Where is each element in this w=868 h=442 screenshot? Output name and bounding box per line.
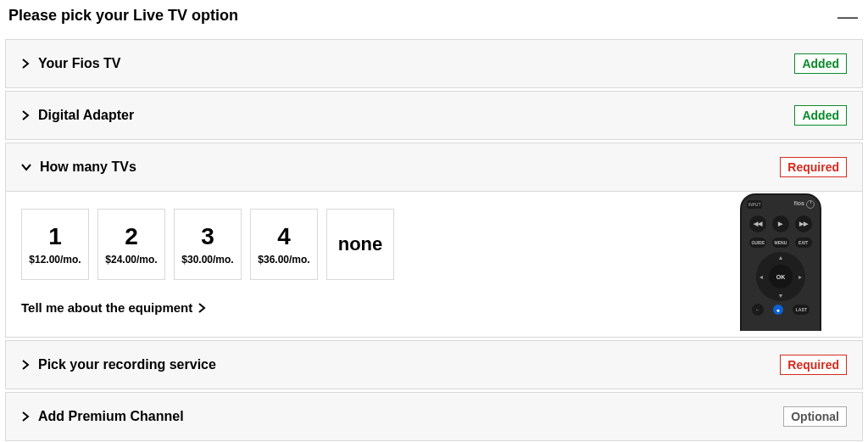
status-badge-optional: Optional: [783, 406, 847, 427]
option-label: 2: [125, 223, 138, 250]
chevron-right-icon: [21, 411, 30, 422]
dpad-down-icon: ▾: [779, 292, 782, 299]
panel-title: Add Premium Channel: [38, 409, 184, 424]
tv-count-option-none[interactable]: none: [326, 209, 394, 280]
rewind-icon: ◀◀: [749, 215, 766, 232]
option-label: 4: [277, 223, 291, 250]
panel-recording-service[interactable]: Pick your recording service Required: [5, 340, 863, 389]
dpad-right-icon: ▸: [798, 273, 802, 281]
back-icon: ←: [752, 304, 764, 316]
equipment-info-link[interactable]: Tell me about the equipment: [21, 300, 847, 315]
panel-title: Digital Adapter: [38, 108, 134, 123]
chevron-down-icon: [21, 163, 31, 171]
tv-count-option-1[interactable]: 1 $12.00/mo.: [21, 209, 89, 280]
option-label: 1: [48, 223, 62, 250]
remote-input-label: INPUT: [747, 200, 762, 209]
tv-count-option-4[interactable]: 4 $36.00/mo.: [250, 209, 318, 280]
power-icon: [806, 200, 815, 209]
section-title: Please pick your Live TV option: [8, 7, 238, 25]
panel-your-fios-tv[interactable]: Your Fios TV Added: [5, 39, 863, 88]
mic-icon: ●: [773, 305, 783, 315]
tv-count-option-3[interactable]: 3 $30.00/mo.: [174, 209, 242, 280]
remote-last-button: LAST: [793, 305, 810, 315]
remote-ok-button: OK: [769, 265, 793, 288]
panel-left: Pick your recording service: [21, 357, 216, 372]
dpad-up-icon: ▴: [779, 254, 782, 261]
minimize-button[interactable]: —: [837, 13, 860, 20]
option-label: 3: [201, 223, 214, 250]
chevron-right-icon: [21, 59, 30, 69]
option-price: $36.00/mo.: [258, 254, 309, 266]
option-price: $12.00/mo.: [29, 254, 81, 266]
panel-digital-adapter[interactable]: Digital Adapter Added: [5, 91, 863, 140]
panel-left: Add Premium Channel: [21, 409, 184, 424]
remote-exit-button: EXIT: [795, 238, 812, 248]
option-price: $30.00/mo.: [181, 254, 233, 266]
remote-dpad: ▴ ▾ ◂ ▸ OK: [756, 252, 805, 301]
panel-left: How many TVs: [21, 159, 136, 175]
page-header: Please pick your Live TV option —: [0, 0, 868, 36]
tv-count-options: 1 $12.00/mo. 2 $24.00/mo. 3 $30.00/mo. 4…: [21, 209, 847, 280]
panel-left: Your Fios TV: [21, 56, 120, 71]
equipment-info-label: Tell me about the equipment: [21, 300, 192, 315]
option-price: $24.00/mo.: [105, 254, 157, 266]
remote-menu-button: MENU: [772, 238, 789, 248]
option-label: none: [338, 233, 383, 255]
chevron-right-icon: [21, 360, 30, 370]
panel-how-many-tvs[interactable]: How many TVs Required: [5, 143, 863, 192]
status-badge-required: Required: [780, 157, 847, 177]
play-icon: ▶: [772, 215, 789, 232]
remote-image: INPUT fios ◀◀ ▶ ▶▶ GUIDE MENU EXIT ▴ ▾ ◂…: [740, 193, 821, 331]
remote-guide-button: GUIDE: [749, 238, 766, 248]
forward-icon: ▶▶: [795, 215, 812, 232]
panel-how-many-tvs-body: 1 $12.00/mo. 2 $24.00/mo. 3 $30.00/mo. 4…: [5, 192, 863, 338]
chevron-right-icon: [21, 110, 30, 120]
panel-title: Pick your recording service: [38, 357, 216, 372]
chevron-right-icon: [198, 303, 206, 313]
status-badge-required: Required: [780, 355, 847, 375]
status-badge-added: Added: [794, 105, 847, 126]
tv-count-option-2[interactable]: 2 $24.00/mo.: [97, 209, 165, 280]
panel-premium-channel[interactable]: Add Premium Channel Optional: [5, 392, 863, 441]
panel-left: Digital Adapter: [21, 108, 134, 123]
status-badge-added: Added: [794, 53, 847, 74]
dpad-left-icon: ◂: [760, 273, 763, 281]
panel-title: Your Fios TV: [38, 56, 120, 71]
remote-brand: fios: [794, 200, 804, 206]
panel-title: How many TVs: [40, 159, 136, 175]
